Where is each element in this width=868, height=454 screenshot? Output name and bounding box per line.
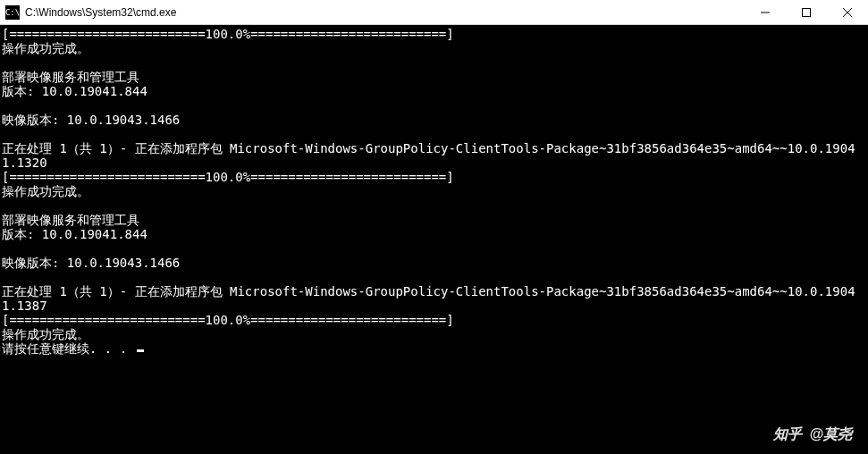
zhihu-logo: 知乎: [773, 427, 802, 441]
window-titlebar: C:\ C:\Windows\System32\cmd.exe: [0, 0, 868, 25]
cursor: [137, 349, 144, 352]
console-text: [==========================100.0%=======…: [2, 27, 855, 356]
cmd-icon: C:\: [5, 5, 20, 20]
window-controls: [745, 0, 868, 24]
watermark-author: @莫尧: [809, 427, 852, 441]
close-button[interactable]: [827, 0, 868, 25]
console-output[interactable]: [==========================100.0%=======…: [0, 25, 868, 454]
watermark: 知乎 @莫尧: [773, 427, 852, 441]
maximize-button[interactable]: [786, 0, 827, 25]
svg-rect-1: [803, 9, 811, 17]
minimize-button[interactable]: [745, 0, 786, 25]
window-title: C:\Windows\System32\cmd.exe: [25, 6, 745, 19]
